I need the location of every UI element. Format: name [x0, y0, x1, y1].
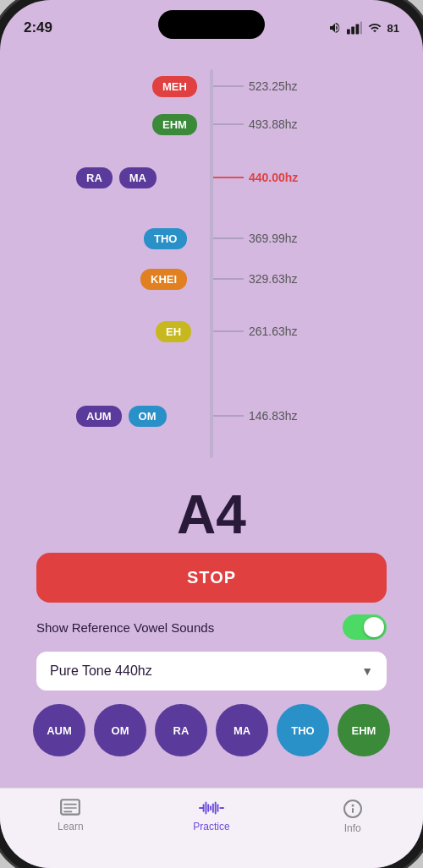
note-display: A4: [177, 483, 246, 546]
frequency-chart: MEH 523.25hz EHM 493.88hz RA MA: [17, 52, 406, 475]
hline-tho: [213, 237, 244, 239]
wifi-icon: [367, 21, 382, 35]
sound-btn-tho[interactable]: THO: [277, 704, 329, 756]
tab-practice-label: Practice: [193, 821, 229, 833]
hz-ra: 440.00hz: [249, 171, 298, 184]
info-icon: [343, 799, 363, 819]
toggle-row: Show Reference Vowel Sounds: [36, 614, 387, 640]
signal-icon: [347, 21, 362, 35]
toggle-knob: [364, 617, 384, 637]
badge-eh: EH: [156, 321, 191, 342]
hline-ehm: [213, 123, 244, 125]
sound-btn-ra[interactable]: RA: [155, 704, 207, 756]
chevron-down-icon: ▼: [361, 664, 373, 678]
hline-meh: [213, 85, 244, 87]
sound-btn-ma[interactable]: MA: [216, 704, 268, 756]
badge-meh: MEH: [152, 76, 197, 97]
hz-meh: 523.25hz: [249, 79, 298, 93]
hline-khei: [213, 278, 244, 280]
tab-learn-label: Learn: [58, 821, 84, 833]
status-icons: 81: [328, 21, 399, 35]
tab-info[interactable]: Info: [319, 799, 387, 834]
hz-khei: 329.63hz: [249, 272, 298, 286]
hz-eh: 261.63hz: [249, 325, 298, 338]
hline-ra: [213, 177, 244, 178]
hz-tho: 369.99hz: [249, 232, 298, 245]
tab-bar: Learn Practice: [0, 788, 423, 868]
stop-button[interactable]: STOP: [36, 553, 387, 603]
badge-ra: RA: [76, 167, 113, 188]
toggle-switch[interactable]: [343, 614, 387, 640]
phone-shell: 2:49 81 MEH: [0, 0, 423, 868]
sound-btn-aum[interactable]: AUM: [33, 704, 85, 756]
hline-aum: [213, 415, 244, 417]
svg-rect-0: [347, 30, 350, 35]
hz-aum: 146.83hz: [249, 409, 298, 423]
sound-btn-ehm[interactable]: EHM: [338, 704, 390, 756]
hline-eh: [213, 330, 244, 332]
main-content: MEH 523.25hz EHM 493.88hz RA MA: [0, 44, 423, 765]
badge-ehm: EHM: [152, 114, 197, 135]
svg-rect-1: [351, 27, 354, 35]
status-time: 2:49: [24, 19, 52, 36]
dynamic-island: [158, 10, 265, 39]
tab-info-label: Info: [344, 822, 361, 834]
mute-icon: [328, 21, 342, 35]
badge-tho: THO: [144, 228, 187, 249]
battery-level: 81: [387, 22, 399, 35]
sound-btn-om[interactable]: OM: [94, 704, 146, 756]
svg-rect-2: [355, 25, 359, 35]
badge-khei: KHEI: [140, 269, 187, 290]
badge-om: OM: [129, 406, 167, 427]
hz-ehm: 493.88hz: [249, 117, 298, 131]
practice-icon: [199, 799, 224, 817]
badge-aum: AUM: [76, 406, 122, 427]
dropdown-selected: Pure Tone 440hz: [50, 663, 152, 679]
sound-buttons-row: AUM OM RA MA THO EHM: [17, 704, 406, 756]
vertical-line: [210, 69, 213, 458]
toggle-label: Show Reference Vowel Sounds: [36, 620, 214, 635]
tab-learn[interactable]: Learn: [36, 799, 104, 833]
learn-icon: [59, 799, 81, 817]
svg-rect-3: [360, 22, 361, 35]
tone-dropdown[interactable]: Pure Tone 440hz ▼: [36, 652, 387, 691]
tab-practice[interactable]: Practice: [178, 799, 245, 833]
badge-ma: MA: [119, 167, 157, 188]
